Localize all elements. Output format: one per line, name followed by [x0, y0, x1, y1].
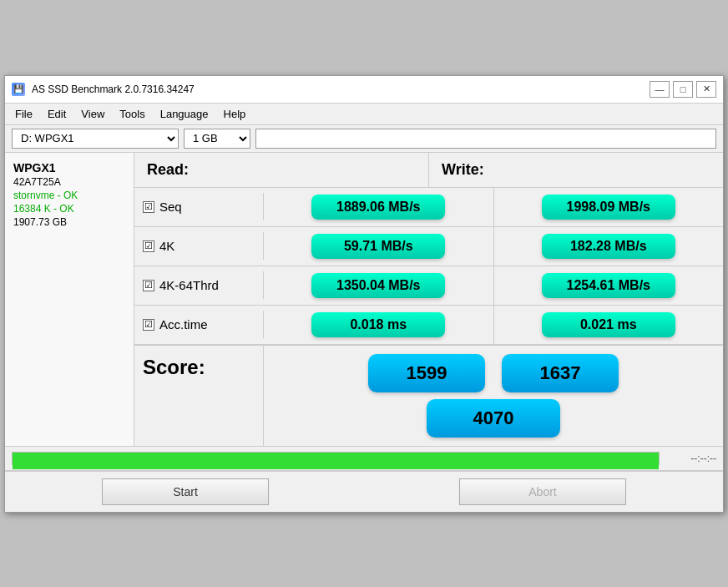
seq-read-value: 1889.06 MB/s [311, 195, 445, 220]
score-text: Score: [143, 356, 205, 379]
menu-bar: FileEditViewToolsLanguageHelp [5, 104, 723, 125]
drive-alignment: 16384 K - OK [13, 203, 125, 215]
score-label: Score: [134, 346, 264, 446]
seq-write-cell: 1998.09 MB/s [494, 188, 724, 226]
menu-item-tools[interactable]: Tools [113, 105, 151, 123]
seq-row: ☑ Seq 1889.06 MB/s 1998.09 MB/s [134, 188, 723, 227]
progress-time: --:--:-- [666, 453, 716, 464]
score-total: 4070 [427, 399, 560, 438]
app-icon: 💾 [12, 83, 25, 96]
abort-button[interactable]: Abort [459, 478, 626, 505]
seq-label-cell: ☑ Seq [134, 193, 264, 220]
bottom-bar: Start Abort [5, 471, 723, 512]
progress-area: --:--:-- [5, 447, 723, 471]
seq-checkbox[interactable]: ☑ [143, 201, 154, 213]
seq-label: Seq [159, 200, 182, 214]
extra-input [255, 129, 716, 149]
size-select[interactable]: 1 GB 2 GB 4 GB [184, 129, 250, 149]
acctime-label-cell: ☑ Acc.time [134, 311, 264, 338]
4k64-row: ☑ 4K-64Thrd 1350.04 MB/s 1254.61 MB/s [134, 266, 723, 306]
menu-item-language[interactable]: Language [154, 105, 215, 123]
seq-write-value: 1998.09 MB/s [542, 195, 675, 220]
menu-item-file[interactable]: File [8, 105, 39, 123]
4k-row: ☑ 4K 59.71 MB/s 182.28 MB/s [134, 227, 723, 266]
info-panel: WPGX1 42A7T25A stornvme - OK 16384 K - O… [5, 153, 134, 446]
drive-id: 42A7T25A [13, 176, 125, 188]
start-button[interactable]: Start [102, 478, 269, 505]
acctime-read-value: 0.018 ms [311, 312, 445, 337]
bench-header: Read: Write: [134, 153, 723, 188]
window-title: AS SSD Benchmark 2.0.7316.34247 [32, 83, 195, 95]
acctime-write-value: 0.021 ms [542, 312, 675, 337]
acctime-write-cell: 0.021 ms [494, 306, 724, 344]
title-bar-left: 💾 AS SSD Benchmark 2.0.7316.34247 [12, 83, 195, 96]
4k64-data: 1350.04 MB/s 1254.61 MB/s [264, 266, 723, 305]
title-bar: 💾 AS SSD Benchmark 2.0.7316.34247 — □ ✕ [5, 76, 723, 104]
read-header: Read: [134, 153, 429, 187]
4k64-write-cell: 1254.61 MB/s [494, 266, 724, 305]
drive-select[interactable]: D: WPGX1 [12, 129, 179, 149]
4k64-label: 4K-64Thrd [159, 278, 219, 292]
4k-data: 59.71 MB/s 182.28 MB/s [264, 227, 723, 266]
menu-item-view[interactable]: View [74, 105, 111, 123]
main-window: 💾 AS SSD Benchmark 2.0.7316.34247 — □ ✕ … [4, 75, 724, 513]
drive-name: WPGX1 [13, 161, 125, 175]
score-top-row: 1599 1637 [264, 354, 723, 392]
progress-bar-outer [12, 452, 660, 465]
4k-read-cell: 59.71 MB/s [264, 227, 494, 266]
maximize-button[interactable]: □ [673, 81, 693, 98]
acctime-data: 0.018 ms 0.021 ms [264, 306, 723, 344]
score-row: Score: 1599 1637 4070 [134, 345, 723, 446]
drive-size: 1907.73 GB [13, 216, 125, 228]
4k-read-value: 59.71 MB/s [311, 234, 445, 259]
4k64-write-value: 1254.61 MB/s [542, 273, 675, 298]
seq-read-cell: 1889.06 MB/s [264, 188, 494, 226]
title-controls: — □ ✕ [650, 81, 716, 98]
minimize-button[interactable]: — [650, 81, 670, 98]
progress-bar-inner [13, 453, 659, 469]
4k-write-cell: 182.28 MB/s [494, 227, 724, 266]
write-header: Write: [429, 153, 723, 187]
drive-driver: stornvme - OK [13, 190, 125, 201]
acctime-checkbox[interactable]: ☑ [143, 319, 154, 331]
seq-data: 1889.06 MB/s 1998.09 MB/s [264, 188, 723, 226]
4k-write-value: 182.28 MB/s [542, 234, 675, 259]
score-read: 1599 [368, 354, 485, 392]
acctime-label: Acc.time [159, 317, 208, 331]
4k64-read-value: 1350.04 MB/s [311, 273, 445, 298]
menu-item-help[interactable]: Help [217, 105, 253, 123]
4k64-read-cell: 1350.04 MB/s [264, 266, 494, 305]
score-write: 1637 [502, 354, 619, 392]
4k64-label-cell: ☑ 4K-64Thrd [134, 271, 264, 299]
4k-checkbox[interactable]: ☑ [143, 240, 154, 252]
benchmark-panel: Read: Write: ☑ Seq 1889.06 MB/s 1998.09 … [134, 153, 723, 446]
toolbar: D: WPGX1 1 GB 2 GB 4 GB [5, 125, 723, 153]
4k-label: 4K [159, 239, 174, 253]
4k-label-cell: ☑ 4K [134, 232, 264, 260]
acctime-row: ☑ Acc.time 0.018 ms 0.021 ms [134, 306, 723, 345]
close-button[interactable]: ✕ [696, 81, 716, 98]
results-area: WPGX1 42A7T25A stornvme - OK 16384 K - O… [5, 153, 723, 447]
score-values: 1599 1637 4070 [264, 346, 723, 446]
menu-item-edit[interactable]: Edit [41, 105, 73, 123]
4k64-checkbox[interactable]: ☑ [143, 280, 154, 291]
acctime-read-cell: 0.018 ms [264, 306, 494, 344]
